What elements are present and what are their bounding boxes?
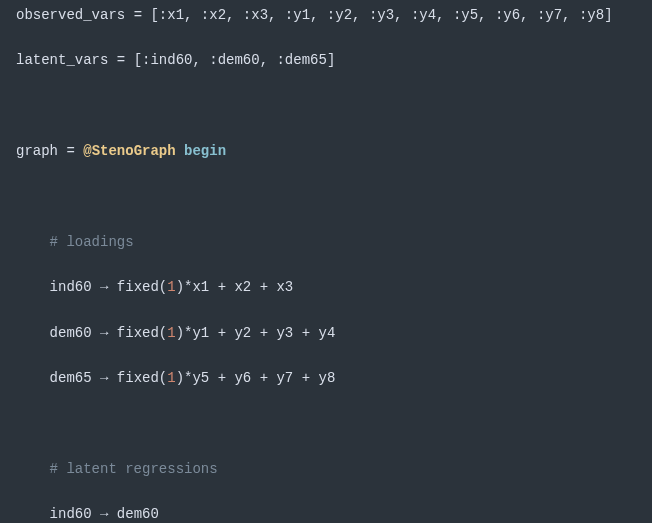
token-punct: [: [142, 7, 159, 23]
code-line: dem60 → fixed(1)*y1 + y2 + y3 + y4: [16, 322, 652, 345]
token-ident: fixed(: [108, 325, 167, 341]
token-op: =: [117, 52, 125, 68]
token-ident: ind60: [50, 279, 100, 295]
token-ident: )*y5 + y6 + y7 + y8: [176, 370, 336, 386]
blank-line: [16, 186, 652, 209]
token-ident: latent_vars: [16, 52, 117, 68]
token-ident: )*x1 + x2 + x3: [176, 279, 294, 295]
token-number: 1: [167, 279, 175, 295]
token-op: =: [66, 143, 74, 159]
token-ident: )*y1 + y2 + y3 + y4: [176, 325, 336, 341]
blank-line: [16, 413, 652, 436]
token-number: 1: [167, 370, 175, 386]
code-line: latent_vars = [:ind60, :dem60, :dem65]: [16, 49, 652, 72]
token-punct: ]: [327, 52, 335, 68]
token-keyword: begin: [184, 143, 226, 159]
code-line: ind60 → dem60: [16, 503, 652, 523]
token-punct: [: [125, 52, 142, 68]
code-line: ind60 → fixed(1)*x1 + x2 + x3: [16, 276, 652, 299]
code-line: # loadings: [16, 231, 652, 254]
code-line: dem65 → fixed(1)*y5 + y6 + y7 + y8: [16, 367, 652, 390]
token-ident: observed_vars: [16, 7, 134, 23]
code-line: # latent regressions: [16, 458, 652, 481]
code-line: graph = @StenoGraph begin: [16, 140, 652, 163]
blank-line: [16, 95, 652, 118]
token-ident: dem60: [50, 325, 100, 341]
token-comment: # loadings: [50, 234, 134, 250]
token-punct: ]: [604, 7, 612, 23]
token-comment: # latent regressions: [50, 461, 218, 477]
token-macro: @StenoGraph: [83, 143, 175, 159]
token-ident: fixed(: [108, 279, 167, 295]
token-ident: dem65: [50, 370, 100, 386]
token-symbols: :x1, :x2, :x3, :y1, :y2, :y3, :y4, :y5, …: [159, 7, 604, 23]
token-number: 1: [167, 325, 175, 341]
token-ident: fixed(: [108, 370, 167, 386]
token-space: [75, 143, 83, 159]
token-space: [176, 143, 184, 159]
token-op: =: [134, 7, 142, 23]
code-block: observed_vars = [:x1, :x2, :x3, :y1, :y2…: [0, 0, 652, 523]
token-ident: ind60: [50, 506, 100, 522]
token-ident: dem60: [108, 506, 158, 522]
token-ident: graph: [16, 143, 66, 159]
token-symbols: :ind60, :dem60, :dem65: [142, 52, 327, 68]
code-line: observed_vars = [:x1, :x2, :x3, :y1, :y2…: [16, 4, 652, 27]
